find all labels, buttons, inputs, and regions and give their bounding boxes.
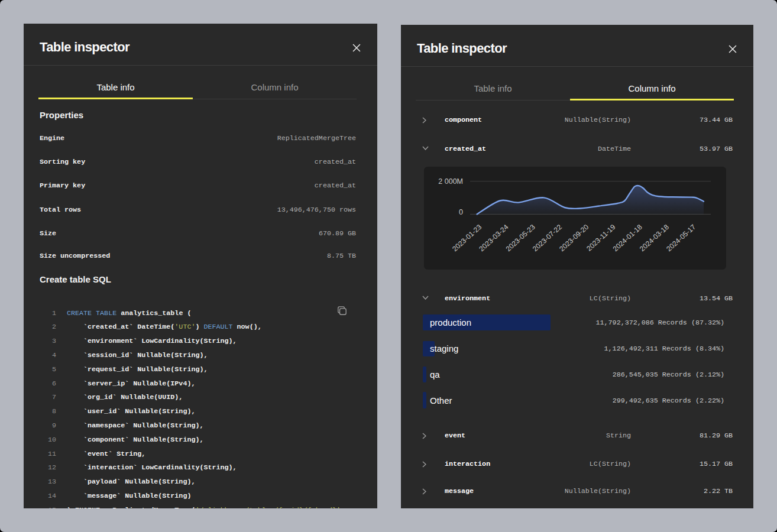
svg-text:2 000M: 2 000M (438, 177, 463, 186)
svg-text:2024-05-17: 2024-05-17 (665, 223, 697, 254)
svg-text:2023-09-20: 2023-09-20 (558, 223, 590, 254)
svg-text:0: 0 (459, 208, 463, 216)
